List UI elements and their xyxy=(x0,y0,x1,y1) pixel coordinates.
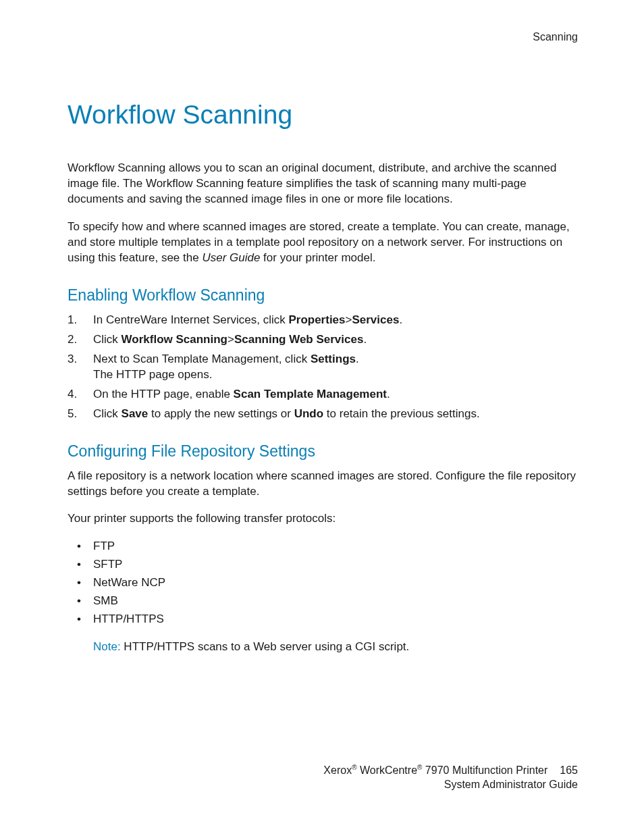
step-2: Click Workflow Scanning>Scanning Web Ser… xyxy=(68,332,578,348)
heading-enabling-workflow-scanning: Enabling Workflow Scanning xyxy=(68,285,578,306)
ui-scan-template-management: Scan Template Management xyxy=(234,388,387,400)
text-run: . xyxy=(399,313,402,326)
text-run: to retain the previous settings. xyxy=(323,407,480,420)
note-block: Note: HTTP/HTTPS scans to a Web server u… xyxy=(68,640,578,655)
page-footer: Xerox® WorkCentre® 7970 Multifunction Pr… xyxy=(323,763,578,792)
ui-path-properties: Properties xyxy=(288,313,345,326)
page-number: 165 xyxy=(560,764,578,776)
step-3-line2: The HTTP page opens. xyxy=(93,367,578,383)
ui-save: Save xyxy=(122,407,149,420)
text-run: In CentreWare Internet Services, click xyxy=(93,313,288,326)
steps-list: In CentreWare Internet Services, click P… xyxy=(68,313,578,422)
text-run: On the HTTP page, enable xyxy=(93,388,234,400)
ui-path-workflow-scanning: Workflow Scanning xyxy=(122,333,227,346)
header-section-tag: Scanning xyxy=(68,30,578,45)
text-run: Click xyxy=(93,333,122,346)
protocol-list: FTP SFTP NetWare NCP SMB HTTP/HTTPS xyxy=(68,539,578,627)
footer-line-2: System Administrator Guide xyxy=(323,778,578,792)
step-3: Next to Scan Template Management, click … xyxy=(68,352,578,383)
heading-configuring-file-repository: Configuring File Repository Settings xyxy=(68,441,578,462)
intro-paragraph-2: To specify how and where scanned images … xyxy=(68,219,578,266)
repo-paragraph-2: Your printer supports the following tran… xyxy=(68,511,578,527)
text-run: . xyxy=(363,333,367,346)
ui-path-services: Services xyxy=(352,313,399,326)
note-text: HTTP/HTTPS scans to a Web server using a… xyxy=(121,640,410,653)
text-run: . xyxy=(356,353,359,365)
text-run: > xyxy=(227,333,234,346)
repo-paragraph-1: A file repository is a network location … xyxy=(68,469,578,500)
protocol-sftp: SFTP xyxy=(68,557,578,573)
footer-line-1: Xerox® WorkCentre® 7970 Multifunction Pr… xyxy=(323,763,578,778)
registered-icon: ® xyxy=(352,764,356,771)
text-run: > xyxy=(346,313,352,326)
text-run: Click xyxy=(93,407,122,420)
user-guide-reference: User Guide xyxy=(202,251,260,264)
text-run: . xyxy=(387,388,390,400)
protocol-ftp: FTP xyxy=(68,539,578,554)
protocol-smb: SMB xyxy=(68,594,578,609)
step-5: Click Save to apply the new settings or … xyxy=(68,407,578,422)
ui-path-scanning-web-services: Scanning Web Services xyxy=(234,333,363,346)
page-title: Workflow Scanning xyxy=(68,97,578,133)
note-label: Note: xyxy=(93,640,121,653)
ui-settings: Settings xyxy=(311,353,356,365)
ui-undo: Undo xyxy=(294,407,323,420)
protocol-http-https: HTTP/HTTPS xyxy=(68,612,578,627)
text-run: to apply the new settings or xyxy=(148,407,294,420)
protocol-netware-ncp: NetWare NCP xyxy=(68,575,578,591)
brand-xerox: Xerox xyxy=(323,764,352,776)
brand-workcentre: WorkCentre xyxy=(357,764,418,776)
text-run: for your printer model. xyxy=(260,251,375,264)
step-1: In CentreWare Internet Services, click P… xyxy=(68,313,578,328)
intro-paragraph-1: Workflow Scanning allows you to scan an … xyxy=(68,161,578,207)
model-text: 7970 Multifunction Printer xyxy=(422,764,547,776)
text-run: Next to Scan Template Management, click xyxy=(93,353,311,365)
step-4: On the HTTP page, enable Scan Template M… xyxy=(68,387,578,402)
